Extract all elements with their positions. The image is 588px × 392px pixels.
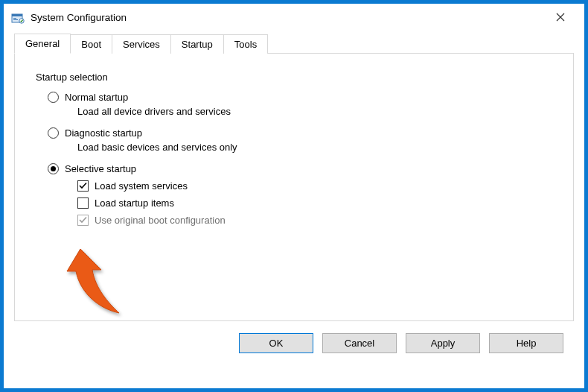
checkbox-label: Load system services — [95, 180, 188, 192]
svg-rect-1 — [12, 14, 22, 16]
cancel-button[interactable]: Cancel — [322, 333, 397, 353]
checkbox-load-startup-items[interactable]: Load startup items — [77, 197, 552, 209]
radio-icon — [48, 92, 59, 103]
radio-icon — [48, 127, 59, 139]
tab-label: Startup — [182, 39, 213, 50]
svg-rect-3 — [13, 19, 18, 20]
tabpanel-general: Startup selection Normal startup Load al… — [14, 53, 574, 321]
normal-startup-desc: Load all device drivers and services — [77, 106, 552, 117]
checkbox-label: Use original boot configuration — [95, 215, 226, 226]
window-title: System Configuration — [31, 12, 544, 23]
radio-normal-startup[interactable]: Normal startup — [48, 92, 552, 103]
close-button[interactable] — [544, 7, 577, 27]
radio-diagnostic-startup[interactable]: Diagnostic startup — [48, 127, 552, 139]
svg-rect-2 — [13, 18, 16, 19]
ok-button[interactable]: OK — [239, 333, 313, 353]
radio-label: Diagnostic startup — [65, 127, 142, 139]
dialog-body: General Boot Services Startup Tools Star… — [4, 31, 584, 364]
tab-startup[interactable]: Startup — [170, 34, 224, 54]
dialog-buttons: OK Cancel Apply Help — [14, 321, 574, 353]
close-icon — [556, 13, 565, 22]
titlebar: System Configuration — [4, 4, 584, 31]
tab-services[interactable]: Services — [112, 34, 171, 54]
radio-icon — [48, 163, 59, 174]
checkbox-label: Load startup items — [95, 197, 174, 209]
button-label: Help — [517, 338, 537, 349]
tab-label: Boot — [81, 39, 101, 50]
diagnostic-startup-desc: Load basic devices and services only — [77, 142, 552, 153]
checkbox-icon — [77, 215, 89, 226]
button-label: Cancel — [345, 338, 374, 349]
group-startup-selection: Startup selection — [36, 72, 552, 83]
button-label: OK — [269, 338, 284, 349]
radio-selective-startup[interactable]: Selective startup — [48, 163, 552, 174]
msconfig-icon — [11, 12, 25, 24]
tab-label: General — [25, 38, 60, 49]
annotation-arrow-icon — [58, 247, 125, 322]
tab-tools[interactable]: Tools — [223, 34, 268, 54]
radio-label: Normal startup — [65, 92, 128, 103]
radio-label: Selective startup — [65, 163, 136, 174]
button-label: Apply — [431, 338, 456, 349]
tab-label: Tools — [234, 39, 257, 50]
help-button[interactable]: Help — [489, 333, 563, 353]
tab-label: Services — [123, 39, 160, 50]
checkbox-use-original-boot-configuration: Use original boot configuration — [77, 215, 552, 226]
tabstrip: General Boot Services Startup Tools — [14, 34, 574, 53]
window-frame: System Configuration General Boot Servic… — [0, 0, 588, 392]
apply-button[interactable]: Apply — [406, 333, 480, 353]
checkbox-icon — [77, 197, 89, 209]
checkbox-load-system-services[interactable]: Load system services — [77, 180, 552, 192]
checkbox-icon — [77, 180, 89, 192]
tab-boot[interactable]: Boot — [70, 34, 112, 54]
tab-general[interactable]: General — [14, 34, 71, 54]
